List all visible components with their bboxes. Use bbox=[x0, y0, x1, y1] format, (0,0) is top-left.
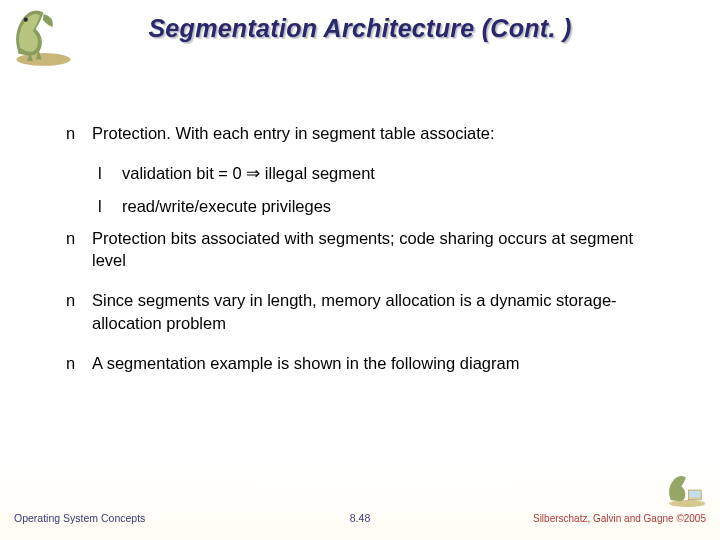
bullet-level1: n Since segments vary in length, memory … bbox=[66, 289, 660, 334]
bullet-level2: l read/write/execute privileges bbox=[98, 195, 660, 217]
bullet-text: validation bit = 0 ⇒ illegal segment bbox=[122, 162, 660, 184]
bullet-text: read/write/execute privileges bbox=[122, 195, 660, 217]
bullet-text: Protection bits associated with segments… bbox=[92, 227, 660, 272]
bullet-level1: n Protection. With each entry in segment… bbox=[66, 122, 660, 144]
footer-dinosaur-logo bbox=[662, 472, 708, 508]
bullet-text: A segmentation example is shown in the f… bbox=[92, 352, 660, 374]
bullet-level2: l validation bit = 0 ⇒ illegal segment bbox=[98, 162, 660, 184]
bullet-marker: n bbox=[66, 352, 92, 374]
bullet-level1: n A segmentation example is shown in the… bbox=[66, 352, 660, 374]
bullet-text: Protection. With each entry in segment t… bbox=[92, 122, 660, 144]
bullet-marker: l bbox=[98, 162, 122, 184]
svg-point-2 bbox=[669, 500, 705, 507]
bullet-marker: n bbox=[66, 289, 92, 334]
slide: Segmentation Architecture (Cont. ) n Pro… bbox=[0, 0, 720, 540]
bullet-marker: l bbox=[98, 195, 122, 217]
footer-copyright: Silberschatz, Galvin and Gagne ©2005 bbox=[533, 513, 706, 524]
content-area: n Protection. With each entry in segment… bbox=[66, 122, 660, 392]
svg-point-0 bbox=[17, 53, 71, 66]
slide-title: Segmentation Architecture (Cont. ) bbox=[0, 14, 720, 43]
svg-rect-4 bbox=[690, 491, 701, 497]
bullet-marker: n bbox=[66, 227, 92, 272]
bullet-text: Since segments vary in length, memory al… bbox=[92, 289, 660, 334]
bullet-level1: n Protection bits associated with segmen… bbox=[66, 227, 660, 272]
bullet-marker: n bbox=[66, 122, 92, 144]
